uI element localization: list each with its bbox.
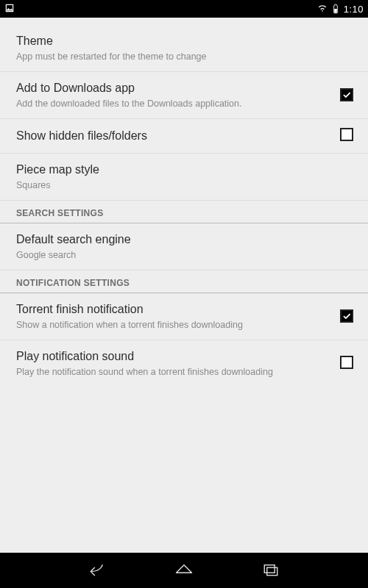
row-title: Default search engine [16,232,353,248]
row-piece-map[interactable]: Piece map style Squares [0,154,368,201]
checkbox-play-sound[interactable] [340,356,353,369]
row-title: Piece map style [16,162,353,178]
row-play-sound[interactable]: Play notification sound Play the notific… [0,340,368,387]
recent-apps-icon[interactable] [261,559,281,582]
row-subtitle: App must be restarted for the theme to c… [16,51,353,62]
svg-rect-1 [264,565,275,573]
row-subtitle: Add the downloaded files to the Download… [16,98,331,110]
wifi-icon [317,3,328,15]
section-header-notification: NOTIFICATION SETTINGS [0,270,368,293]
svg-rect-2 [267,567,277,576]
section-header-search: SEARCH SETTINGS [0,201,368,223]
battery-icon [330,4,341,14]
row-theme[interactable]: Theme App must be restarted for the them… [0,25,368,72]
row-title: Show hidden files/folders [16,129,331,144]
picture-icon [4,3,15,15]
status-bar: 1:10 [0,0,368,18]
checkbox-show-hidden[interactable] [340,128,353,141]
row-title: Play notification sound [16,349,331,365]
svg-rect-0 [334,9,337,12]
navigation-bar [0,553,368,588]
row-torrent-finish[interactable]: Torrent finish notification Show a notif… [0,293,368,340]
row-title: Torrent finish notification [16,302,331,318]
checkbox-torrent-finish[interactable] [340,309,353,323]
row-subtitle: Show a notification when a torrent finis… [16,319,331,331]
home-icon[interactable] [174,559,194,582]
settings-list: Theme App must be restarted for the them… [0,18,368,553]
row-subtitle: Play the notification sound when a torre… [16,366,331,378]
row-subtitle: Squares [16,179,353,191]
checkbox-add-downloads[interactable] [340,88,353,101]
row-subtitle: Google search [16,249,353,261]
back-icon[interactable] [87,559,107,582]
row-title: Add to Downloads app [16,81,331,96]
row-title: Theme [16,34,353,49]
row-default-search-engine[interactable]: Default search engine Google search [0,223,368,270]
status-clock: 1:10 [344,4,364,15]
row-add-downloads[interactable]: Add to Downloads app Add the downloaded … [0,72,368,119]
row-show-hidden[interactable]: Show hidden files/folders [0,119,368,154]
